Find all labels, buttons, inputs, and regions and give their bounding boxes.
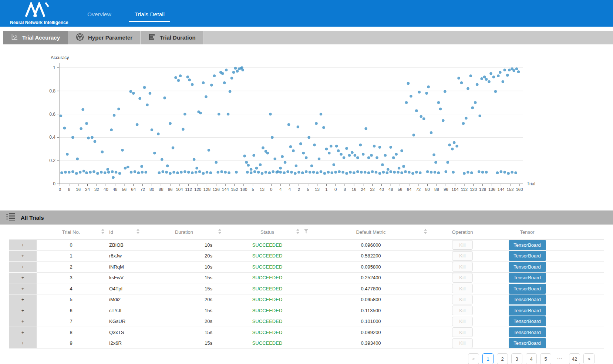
scatter-point — [265, 171, 267, 174]
trial-id-cell: KGsUR — [105, 316, 146, 327]
trial-id-cell: ksFwV — [105, 273, 146, 284]
scatter-point — [297, 125, 300, 128]
scatter-point — [227, 113, 230, 116]
scatter-point — [313, 144, 316, 146]
tensorboard-button[interactable]: TensorBoard — [509, 262, 546, 272]
scatter-point — [364, 171, 367, 174]
tensorboard-button[interactable]: TensorBoard — [509, 306, 546, 316]
scatter-point — [234, 67, 237, 70]
scatter-point — [129, 90, 132, 93]
tab-overview[interactable]: Overview — [78, 11, 120, 22]
scatter-point — [195, 167, 198, 170]
scatter-point — [402, 165, 405, 168]
scatter-point — [309, 171, 311, 174]
metric-cell: 0.101000 — [313, 316, 429, 327]
expand-row-button[interactable]: + — [9, 294, 37, 306]
tensorboard-button[interactable]: TensorBoard — [509, 327, 546, 337]
tensorboard-button[interactable]: TensorBoard — [509, 284, 546, 294]
expand-row-button[interactable]: + — [9, 283, 37, 294]
sort-icon[interactable] — [218, 229, 221, 235]
expand-row-button[interactable]: + — [9, 338, 37, 349]
scatter-point — [411, 172, 414, 175]
tensorboard-button[interactable]: TensorBoard — [509, 240, 546, 250]
tensorboard-button[interactable]: TensorBoard — [509, 251, 546, 261]
kill-button: Kill — [452, 240, 473, 250]
expand-row-button[interactable]: + — [9, 316, 37, 327]
list-icon — [6, 213, 16, 222]
col-id[interactable]: Id — [105, 229, 146, 235]
page-button-3[interactable]: 3 — [511, 353, 522, 364]
scatter-point — [412, 134, 415, 136]
tab-trial-accuracy[interactable]: Trial Accuracy — [3, 31, 68, 44]
table-row: +2iNRqM10sSUCCEEDED0.095800KillTensorBoa… — [9, 262, 604, 273]
col-default-metric[interactable]: Default Metric — [313, 229, 429, 235]
tab-hyper-parameter[interactable]: Hyper Parameter — [68, 31, 141, 44]
pagination-ellipsis[interactable]: ••• — [555, 353, 566, 364]
expand-row-button[interactable]: + — [9, 273, 37, 284]
sort-icon[interactable] — [101, 229, 104, 235]
scatter-point — [141, 171, 144, 174]
col-trial-no[interactable]: Trial No. — [37, 229, 105, 235]
scatter-point — [478, 170, 481, 173]
page-button-5[interactable]: 5 — [540, 353, 551, 364]
scatter-point — [172, 146, 175, 149]
scatter-point — [253, 170, 256, 173]
sort-icon[interactable] — [137, 229, 139, 235]
scatter-point — [305, 156, 308, 159]
scatter-point — [229, 90, 232, 93]
scatter-point — [485, 78, 488, 81]
table-header: Trial No. Id Duration Status Default Met… — [9, 225, 604, 240]
scatter-point — [327, 171, 330, 174]
page-button-1[interactable]: 1 — [482, 353, 494, 364]
tool-tab-label: Trial Duration — [160, 34, 196, 41]
scatter-point — [332, 163, 335, 166]
scatter-point — [224, 171, 227, 174]
scatter-point — [195, 171, 198, 174]
scatter-point — [246, 171, 249, 174]
prev-page-button: < — [468, 353, 479, 364]
filter-icon[interactable] — [304, 229, 308, 235]
col-duration[interactable]: Duration — [146, 229, 222, 235]
expand-row-button[interactable]: + — [9, 262, 37, 273]
x-tick-label: 120 — [470, 187, 477, 192]
scatter-point — [432, 154, 435, 156]
scatter-point — [208, 149, 210, 152]
tensor-cell: TensorBoard — [496, 240, 559, 251]
tensorboard-button[interactable]: TensorBoard — [509, 338, 546, 348]
scatter-point — [161, 170, 164, 173]
next-page-button[interactable]: > — [583, 353, 595, 364]
scatter-point — [462, 122, 465, 125]
expand-row-button[interactable]: + — [9, 240, 37, 251]
filler-cell — [559, 262, 604, 273]
scatter-point — [356, 156, 359, 159]
status-cell: SUCCEEDED — [222, 294, 313, 306]
scatter-point — [290, 171, 293, 174]
filler-cell — [559, 316, 604, 327]
scatter-point — [158, 171, 161, 174]
expand-row-button[interactable]: + — [9, 305, 37, 316]
tab-trials-detail[interactable]: Trials Detail — [129, 11, 170, 22]
tab-trial-duration[interactable]: Trial Duration — [141, 31, 204, 44]
scatter-point — [500, 170, 503, 173]
expand-row-button[interactable]: + — [9, 251, 37, 262]
sort-icon[interactable] — [424, 229, 427, 235]
tensorboard-button[interactable]: TensorBoard — [509, 273, 546, 283]
scatter-point — [60, 171, 63, 174]
scatter-point — [360, 171, 363, 174]
accuracy-scatter-chart[interactable]: Accuracy00.20.40.60.81081624324048566472… — [0, 52, 613, 192]
page-button-42[interactable]: 42 — [569, 353, 580, 364]
x-tick-label: 96 — [444, 187, 448, 192]
expand-row-button[interactable]: + — [9, 327, 37, 338]
page-button-2[interactable]: 2 — [497, 353, 508, 364]
tensorboard-button[interactable]: TensorBoard — [509, 294, 546, 304]
scatter-point — [202, 172, 205, 175]
page-button-4[interactable]: 4 — [526, 353, 537, 364]
sort-icon[interactable] — [296, 229, 299, 235]
y-tick-label: 0.6 — [49, 112, 55, 117]
scatter-point — [301, 171, 304, 174]
table-row: +5iMdi220sSUCCEEDED0.095800KillTensorBoa… — [9, 294, 604, 306]
scatter-point — [63, 127, 66, 129]
tensorboard-button[interactable]: TensorBoard — [509, 316, 546, 326]
scatter-point — [312, 171, 315, 174]
col-status[interactable]: Status — [222, 229, 313, 235]
